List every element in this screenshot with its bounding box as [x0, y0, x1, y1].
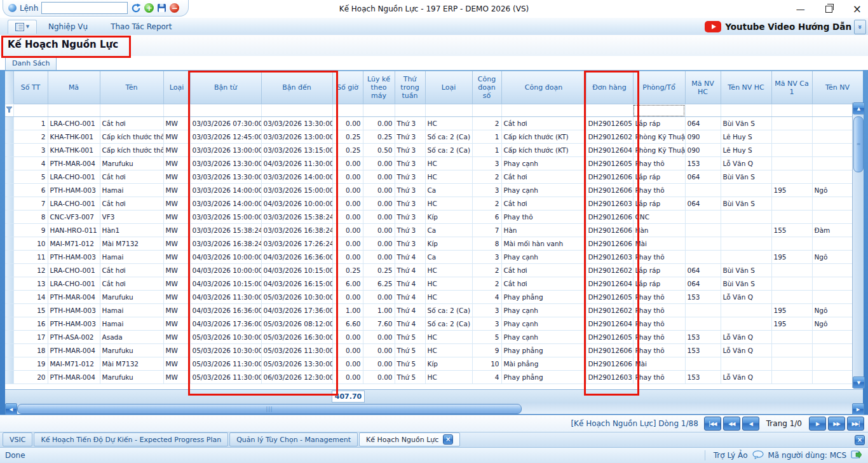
grid-cell[interactable]: 04/03/2026 10:00:00 [261, 197, 332, 211]
grid-cell[interactable] [771, 371, 812, 384]
grid-cell[interactable]: Phay thô [633, 184, 685, 197]
grid-cell[interactable]: PTH-MAR-004 [48, 371, 100, 384]
grid-cell[interactable] [771, 331, 812, 344]
grid-cell[interactable]: 04/03/2026 11:30:00 [190, 291, 261, 304]
grid-cell[interactable]: Hamai [100, 184, 163, 197]
column-header[interactable]: Công đoạn số [472, 71, 501, 104]
grid-cell[interactable]: Mài [633, 357, 685, 371]
grid-cell[interactable]: HC [425, 291, 472, 304]
grid-cell[interactable]: Cắt hơi [501, 197, 586, 211]
filter-cell[interactable] [633, 104, 685, 117]
grid-cell[interactable]: DH29012606 [586, 170, 633, 184]
grid-cell[interactable]: 8 [13, 211, 48, 224]
grid-cell[interactable]: 064 [685, 264, 721, 277]
row-indicator[interactable] [5, 157, 13, 170]
grid-cell[interactable]: 3 [13, 144, 48, 157]
save-icon[interactable] [157, 3, 166, 13]
close-button[interactable]: × [853, 4, 862, 13]
grid-cell[interactable]: Phay thô [501, 211, 586, 224]
grid-cell[interactable]: 03/03/2026 15:38:24 [190, 224, 261, 237]
grid-cell[interactable]: 03/03/2026 13:30:00 [261, 117, 332, 130]
menu-item-nghiep-vu[interactable]: Nghiệp Vụ [37, 22, 99, 31]
grid-cell[interactable]: 2 [472, 197, 501, 211]
filter-cell[interactable] [425, 104, 472, 117]
grid-cell[interactable]: DH29012604 [586, 144, 633, 157]
grid-cell[interactable]: 0.00 [363, 184, 395, 197]
grid-cell[interactable]: 7 [13, 197, 48, 211]
filter-cell[interactable] [501, 104, 586, 117]
grid-cell[interactable]: Bùi Văn S [721, 117, 771, 130]
view-menu-button[interactable]: ▼ [8, 20, 37, 34]
row-indicator[interactable] [5, 291, 13, 304]
grid-cell[interactable]: 12 [13, 264, 48, 277]
row-indicator[interactable] [5, 317, 13, 331]
grid-cell[interactable]: 05/03/2026 16:30:00 [261, 331, 332, 344]
grid-cell[interactable]: Số ca: 2 (Ca) [425, 317, 472, 331]
grid-cell[interactable]: Phay thô [633, 157, 685, 170]
grid-cell[interactable] [771, 157, 812, 170]
grid-cell[interactable]: Phay cạnh [501, 304, 586, 317]
grid-cell[interactable]: KHA-THK-001 [48, 144, 100, 157]
grid-cell[interactable]: Lắp ráp [633, 277, 685, 291]
grid-cell[interactable]: Lê Huy S [721, 130, 771, 144]
grid-cell[interactable]: Cắt hơi [100, 170, 163, 184]
grid-cell[interactable]: 0.00 [332, 224, 363, 237]
grid-cell[interactable] [771, 130, 812, 144]
grid-cell[interactable]: 05/03/2026 10:30:00 [261, 291, 332, 304]
grid-cell[interactable]: Thứ 3 [395, 224, 425, 237]
grid-cell[interactable]: Mài [633, 237, 685, 251]
column-header[interactable]: Công đoạn [501, 71, 586, 104]
grid-cell[interactable]: 0.00 [363, 157, 395, 170]
grid-cell[interactable]: DH29012602 [586, 264, 633, 277]
grid-cell[interactable]: PTH-HAM-003 [48, 251, 100, 264]
grid-cell[interactable]: Phay cạnh [501, 317, 586, 331]
grid-cell[interactable]: 0.00 [363, 117, 395, 130]
grid-cell[interactable]: 0.00 [332, 344, 363, 357]
grid-row[interactable]: 13LRA-CHO-001Cắt hơiMW04/03/2026 10:15:0… [5, 277, 863, 291]
column-header[interactable]: Lũy kế theo máy [363, 71, 395, 104]
grid-cell[interactable]: LRA-CHO-001 [48, 264, 100, 277]
grid-cell[interactable]: 03/03/2026 14:00:00 [190, 184, 261, 197]
grid-cell[interactable]: LRA-CHO-001 [48, 117, 100, 130]
grid-cell[interactable]: MW [163, 357, 190, 371]
column-header[interactable]: Tên NV HC [721, 71, 771, 104]
grid-cell[interactable]: MW [163, 170, 190, 184]
grid-cell[interactable]: 0.00 [332, 184, 363, 197]
row-indicator[interactable] [5, 170, 13, 184]
grid-cell[interactable]: Số ca: 2 (Ca) [425, 304, 472, 317]
grid-cell[interactable]: Hamai [100, 251, 163, 264]
column-header[interactable]: Bận đến [261, 71, 332, 104]
grid-cell[interactable] [721, 211, 771, 224]
grid-row[interactable]: 17PTH-ASA-002AsadaMW05/03/2026 10:30:000… [5, 331, 863, 344]
grid-cell[interactable]: 03/03/2026 14:00:00 [190, 197, 261, 211]
row-indicator[interactable] [5, 357, 13, 371]
grid-cell[interactable]: Thứ 3 [395, 130, 425, 144]
grid-cell[interactable]: CNC [633, 211, 685, 224]
grid-cell[interactable]: Thứ 3 [395, 184, 425, 197]
grid-cell[interactable]: 0.00 [363, 251, 395, 264]
grid-cell[interactable]: 195 [771, 251, 812, 264]
grid-cell[interactable]: 03/03/2026 13:30:00 [190, 157, 261, 170]
grid-cell[interactable]: 03/03/2026 15:00:00 [261, 184, 332, 197]
grid-cell[interactable]: PTH-MAR-004 [48, 291, 100, 304]
grid-cell[interactable]: 0.25 [332, 130, 363, 144]
grid-cell[interactable]: Cắt hơi [501, 277, 586, 291]
grid-cell[interactable]: Asada [100, 331, 163, 344]
row-indicator[interactable] [5, 211, 13, 224]
grid-cell[interactable]: DH29012602 [586, 304, 633, 317]
grid-cell[interactable]: 16 [13, 317, 48, 331]
grid-cell[interactable]: Thứ 4 [395, 304, 425, 317]
grid-cell[interactable]: 03/03/2026 16:38:24 [261, 224, 332, 237]
grid-cell[interactable]: 0.25 [332, 144, 363, 157]
pagination-last-button[interactable]: ▶▶| [847, 417, 864, 431]
bottom-tab[interactable]: Kế Hoạch Tiến Độ Dự Kiến - Expected Prog… [34, 432, 228, 446]
grid-row[interactable]: 6PTH-HAM-003HamaiMW03/03/2026 14:00:0003… [5, 184, 863, 197]
grid-cell[interactable]: 19 [13, 357, 48, 371]
grid-cell[interactable]: MW [163, 157, 190, 170]
grid-row[interactable]: 12LRA-CHO-001Cắt hơiMW04/03/2026 10:00:0… [5, 264, 863, 277]
grid-cell[interactable]: 3 [472, 317, 501, 331]
grid-cell[interactable]: Bùi Văn S [721, 170, 771, 184]
column-header[interactable]: Thứ trong tuần [395, 71, 425, 104]
filter-cell[interactable] [395, 104, 425, 117]
grid-cell[interactable]: 195 [771, 184, 812, 197]
